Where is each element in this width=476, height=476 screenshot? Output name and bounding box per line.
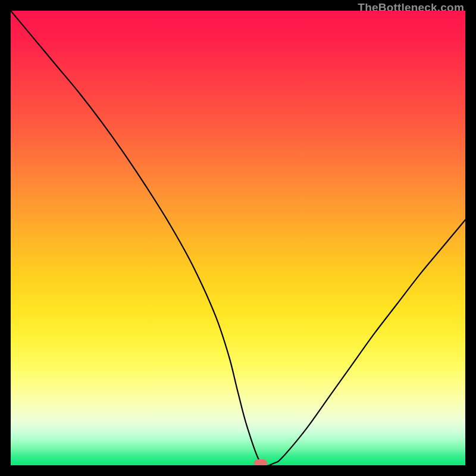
plot-area: [11, 11, 465, 465]
bottleneck-curve: [11, 11, 465, 465]
chart-frame: TheBottleneck.com: [0, 0, 476, 476]
optimal-point-marker: [254, 459, 267, 465]
